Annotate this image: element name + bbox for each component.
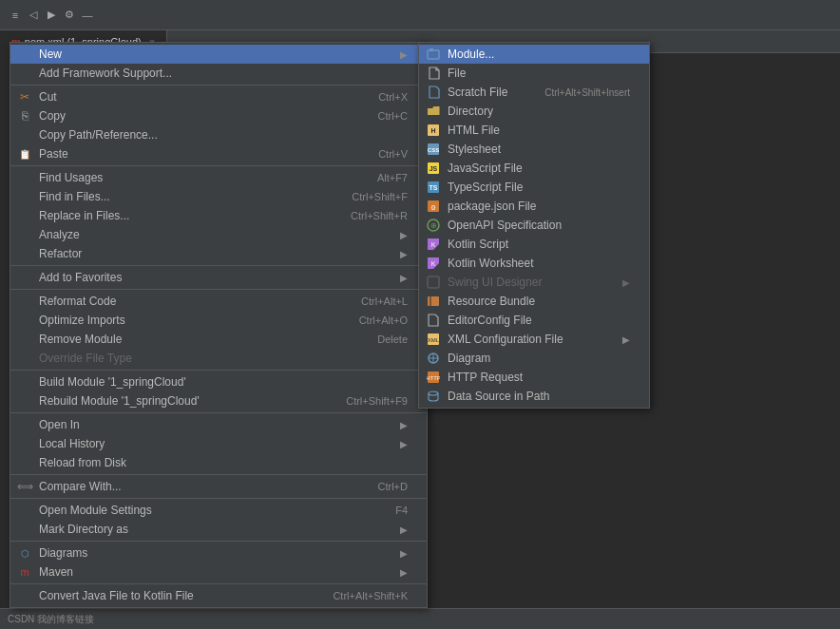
minimize-icon[interactable]: — xyxy=(80,8,95,23)
submenu-arrow: ▶ xyxy=(400,439,408,449)
menu-item-cut[interactable]: ✂ Cut Ctrl+X xyxy=(10,87,427,106)
submenu-item-typescript[interactable]: TS TypeScript File xyxy=(419,178,649,197)
menu-item-label: Maven xyxy=(39,565,400,579)
menu-item-find-in-files[interactable]: Find in Files... Ctrl+Shift+F xyxy=(10,187,427,206)
new-submenu: Module... File Scratch File Ctrl+Alt+Shi… xyxy=(418,42,650,409)
svg-rect-19 xyxy=(428,296,439,306)
shortcut-label: Ctrl+X xyxy=(378,91,408,103)
submenu-item-resource-bundle[interactable]: Resource Bundle xyxy=(419,292,649,311)
paste-icon: 📋 xyxy=(16,149,33,160)
submenu-item-package-json[interactable]: {} package.json File xyxy=(419,197,649,216)
menu-item-mark-directory[interactable]: Mark Directory as ▶ xyxy=(10,520,427,539)
menu-item-reformat-code[interactable]: Reformat Code Ctrl+Alt+L xyxy=(10,292,427,311)
menu-item-label: Open In xyxy=(39,418,400,431)
separator xyxy=(10,583,427,584)
stylesheet-icon: CSS xyxy=(425,143,442,156)
menu-icon[interactable]: ≡ xyxy=(8,8,23,23)
menu-item-open-in[interactable]: Open In ▶ xyxy=(10,415,427,434)
resource-bundle-icon xyxy=(425,295,442,308)
menu-item-maven[interactable]: m Maven ▶ xyxy=(10,562,427,581)
menu-item-add-framework[interactable]: Add Framework Support... xyxy=(10,64,427,83)
svg-point-28 xyxy=(429,391,438,395)
menu-item-label: Local History xyxy=(39,437,400,450)
submenu-arrow: ▶ xyxy=(622,277,630,288)
submenu-item-html[interactable]: H HTML File xyxy=(419,121,649,140)
menu-item-analyze[interactable]: Analyze ▶ xyxy=(10,225,427,244)
settings-icon[interactable]: ⚙ xyxy=(62,8,77,23)
menu-item-replace-in-files[interactable]: Replace in Files... Ctrl+Shift+R xyxy=(10,206,427,225)
submenu-item-scratch-file[interactable]: Scratch File Ctrl+Alt+Shift+Insert xyxy=(419,83,649,102)
menu-item-label: Find Usages xyxy=(39,171,349,184)
submenu-item-label: EditorConfig File xyxy=(448,314,630,327)
menu-item-add-favorites[interactable]: Add to Favorites ▶ xyxy=(10,268,427,287)
menu-item-paste[interactable]: 📋 Paste Ctrl+V xyxy=(10,144,427,163)
shortcut-label: Ctrl+V xyxy=(378,148,408,160)
menu-item-label: Find in Files... xyxy=(39,190,323,203)
menu-item-build-module[interactable]: Build Module '1_springCloud' xyxy=(10,372,427,391)
submenu-item-javascript[interactable]: JS JavaScript File xyxy=(419,159,649,178)
submenu-item-label: XML Configuration File xyxy=(448,333,622,346)
cut-icon: ✂ xyxy=(16,90,33,104)
diagram-icon xyxy=(425,352,442,365)
kotlin-script-icon: K xyxy=(425,238,442,251)
directory-icon xyxy=(425,105,442,117)
menu-item-label: Build Module '1_springCloud' xyxy=(39,375,408,389)
shortcut-label: F4 xyxy=(395,505,408,516)
submenu-item-directory[interactable]: Directory xyxy=(419,102,649,121)
swing-ui-icon xyxy=(425,276,442,289)
submenu-item-label: Stylesheet xyxy=(448,143,630,156)
separator xyxy=(10,541,427,542)
submenu-item-data-source[interactable]: Data Source in Path xyxy=(419,387,649,406)
submenu-item-file[interactable]: File xyxy=(419,64,649,83)
menu-item-optimize-imports[interactable]: Optimize Imports Ctrl+Alt+O xyxy=(10,311,427,330)
submenu-item-diagram[interactable]: Diagram xyxy=(419,349,649,368)
javascript-icon: JS xyxy=(425,162,442,175)
submenu-item-label: Resource Bundle xyxy=(448,295,630,308)
submenu-item-label: File xyxy=(448,67,630,80)
submenu-item-kotlin-worksheet[interactable]: K Kotlin Worksheet xyxy=(419,254,649,273)
submenu-item-label: Directory xyxy=(448,105,630,118)
submenu-item-label: OpenAPI Specification xyxy=(448,219,630,232)
submenu-item-label: HTML File xyxy=(448,124,630,137)
menu-item-find-usages[interactable]: Find Usages Alt+F7 xyxy=(10,168,427,187)
typescript-icon: TS xyxy=(425,181,442,194)
status-bar: CSDN 我的博客链接 xyxy=(0,608,840,629)
svg-text:HTTP: HTTP xyxy=(427,375,440,381)
submenu-item-label: Data Source in Path xyxy=(448,390,630,403)
menu-item-copy[interactable]: ⎘ Copy Ctrl+C xyxy=(10,106,427,125)
submenu-item-stylesheet[interactable]: CSS Stylesheet xyxy=(419,140,649,159)
menu-item-label: Rebuild Module '1_springCloud' xyxy=(39,394,317,408)
submenu-item-openapi[interactable]: ⊕ OpenAPI Specification xyxy=(419,216,649,235)
submenu-item-label: JavaScript File xyxy=(448,162,630,175)
menu-item-open-module-settings[interactable]: Open Module Settings F4 xyxy=(10,501,427,520)
svg-text:XML: XML xyxy=(428,337,440,343)
submenu-arrow: ▶ xyxy=(400,420,408,430)
menu-item-compare-with[interactable]: ⟺ Compare With... Ctrl+D xyxy=(10,477,427,496)
menu-item-refactor[interactable]: Refactor ▶ xyxy=(10,244,427,263)
submenu-arrow: ▶ xyxy=(400,49,408,60)
shortcut-label: Ctrl+C xyxy=(378,110,408,122)
separator xyxy=(10,474,427,475)
menu-item-label: Mark Directory as xyxy=(39,523,400,536)
kotlin-worksheet-icon: K xyxy=(425,257,442,270)
shortcut-label: Ctrl+Shift+F9 xyxy=(346,395,408,407)
submenu-item-kotlin-script[interactable]: K Kotlin Script xyxy=(419,235,649,254)
menu-item-remove-module[interactable]: Remove Module Delete xyxy=(10,330,427,349)
menu-item-new[interactable]: New ▶ xyxy=(10,45,427,64)
submenu-item-module[interactable]: Module... xyxy=(419,45,649,64)
menu-item-label: Override File Type xyxy=(39,352,408,365)
menu-item-local-history[interactable]: Local History ▶ xyxy=(10,434,427,453)
menu-item-label: Optimize Imports xyxy=(39,314,331,327)
menu-item-copy-path[interactable]: Copy Path/Reference... xyxy=(10,125,427,144)
menu-item-reload[interactable]: Reload from Disk xyxy=(10,453,427,472)
menu-item-rebuild-module[interactable]: Rebuild Module '1_springCloud' Ctrl+Shif… xyxy=(10,391,427,410)
run-icon[interactable]: ▶ xyxy=(44,8,59,23)
submenu-item-editor-config[interactable]: EditorConfig File xyxy=(419,311,649,330)
http-request-icon: HTTP xyxy=(425,371,442,384)
submenu-item-http-request[interactable]: HTTP HTTP Request xyxy=(419,368,649,387)
menu-item-convert-java[interactable]: Convert Java File to Kotlin File Ctrl+Al… xyxy=(10,586,427,605)
submenu-item-xml-config[interactable]: XML XML Configuration File ▶ xyxy=(419,330,649,349)
back-icon[interactable]: ◁ xyxy=(26,8,41,23)
svg-text:JS: JS xyxy=(430,165,438,172)
menu-item-diagrams[interactable]: ⬡ Diagrams ▶ xyxy=(10,543,427,562)
